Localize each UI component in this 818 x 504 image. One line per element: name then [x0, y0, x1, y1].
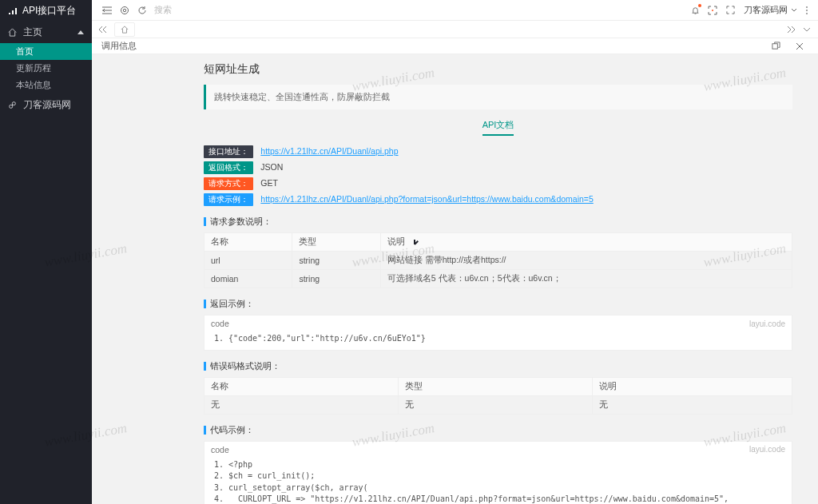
link-endpoint[interactable]: https://v1.21lhz.cn/API/Duanl/api.php	[260, 146, 398, 156]
notifications-button[interactable]	[686, 0, 704, 21]
th-type: 类型	[398, 377, 592, 395]
svg-point-5	[121, 6, 129, 14]
chevrons-left-icon	[98, 26, 108, 34]
page-title: 短网址生成	[204, 62, 792, 77]
svg-rect-0	[9, 13, 10, 14]
section-request-params: 请求参数说明：	[204, 216, 792, 228]
link-icon	[8, 101, 17, 109]
dock-icon	[772, 42, 780, 50]
section-error-codes: 错误码格式说明：	[204, 360, 792, 372]
code-line: $ch = curl_init();	[228, 470, 787, 482]
page-subheader: 调用信息	[92, 38, 818, 54]
sidebar-item-history[interactable]: 更新历程	[0, 60, 92, 77]
th-name: 名称	[204, 377, 399, 395]
screenshot-button[interactable]	[704, 0, 721, 21]
sidebar-item-index[interactable]: 首页	[0, 43, 92, 60]
subheader-title: 调用信息	[101, 40, 137, 52]
sidebar-item-about[interactable]: 本站信息	[0, 77, 92, 93]
window-dock-button[interactable]	[767, 36, 784, 57]
tab-prev-button[interactable]	[95, 21, 111, 38]
refresh-icon	[137, 6, 147, 15]
tag-demo: 请求示例：	[204, 193, 253, 206]
table-row: urlstring网站链接 需带http://或者https://	[204, 252, 792, 270]
tabstrip	[92, 21, 818, 38]
fact-method: 请求方式： GET	[204, 177, 792, 190]
topbar: 搜索 刀客源码网	[92, 0, 818, 21]
code-line: CURLOPT_URL => "https://v1.21lhz.cn/API/…	[228, 494, 787, 504]
chevron-down-icon	[791, 8, 797, 13]
more-button[interactable]	[802, 6, 812, 14]
sidebar: API接口平台 主页 首页 更新历程 本站信息 刀客源码网	[0, 0, 92, 504]
th-type: 类型	[292, 233, 380, 252]
logo-icon	[8, 6, 18, 15]
link-demo[interactable]: https://v1.21lhz.cn/API/Duanl/api.php?fo…	[260, 194, 593, 204]
section-code-sample: 代码示例：	[204, 424, 792, 436]
value-method: GET	[260, 178, 278, 188]
close-icon	[796, 42, 804, 50]
chevron-down-icon	[803, 26, 811, 33]
chevron-up-icon	[77, 30, 84, 34]
chevrons-right-icon	[786, 26, 796, 34]
sidebar-link-external[interactable]: 刀客源码网	[0, 93, 92, 116]
th-desc: 说明	[380, 233, 792, 252]
fact-demo: 请求示例： https://v1.21lhz.cn/API/Duanl/api.…	[204, 193, 792, 206]
svg-point-7	[712, 10, 713, 11]
svg-rect-8	[772, 44, 776, 49]
theme-button[interactable]	[116, 0, 133, 21]
fullscreen-button[interactable]	[721, 0, 739, 21]
home-icon	[121, 26, 129, 34]
search-placeholder[interactable]: 搜索	[154, 4, 172, 16]
doc-tab-api[interactable]: API文档	[482, 119, 514, 136]
tag-method: 请求方式：	[204, 177, 253, 190]
close-tab-button[interactable]	[791, 36, 808, 57]
table-request-params: 名称 类型 说明 urlstring网站链接 需带http://或者https:…	[204, 232, 792, 288]
home-icon	[8, 28, 17, 37]
capture-icon	[708, 6, 717, 15]
notice-banner: 跳转快速稳定、全国连通性高，防屏蔽防拦截	[204, 85, 792, 109]
svg-point-6	[123, 9, 125, 11]
content-area: 短网址生成 跳转快速稳定、全国连通性高，防屏蔽防拦截 API文档 接口地址： h…	[92, 54, 818, 504]
brand: API接口平台	[0, 0, 92, 21]
bell-icon	[691, 6, 700, 15]
svg-rect-1	[12, 10, 14, 14]
expand-icon	[726, 6, 735, 14]
collapse-sidebar-button[interactable]	[98, 0, 116, 21]
tag-format: 返回格式：	[204, 161, 253, 174]
table-row: domianstring可选择域名5 代表：u6v.cn；5代表：u6v.cn；	[204, 270, 792, 288]
code-sample: codelayui.code <?php$ch = curl_init();cu…	[204, 441, 792, 505]
th-desc: 说明	[592, 377, 792, 395]
th-name: 名称	[204, 233, 292, 252]
fact-address: 接口地址： https://v1.21lhz.cn/API/Duanl/api.…	[204, 145, 792, 158]
code-response: codelayui.code {"code":200,"url":"http:/…	[204, 315, 792, 351]
user-menu[interactable]: 刀客源码网	[744, 4, 797, 16]
table-error-codes: 名称 类型 说明 无无无	[204, 377, 792, 415]
target-icon	[120, 6, 129, 15]
code-line: <?php	[228, 459, 787, 471]
menu-fold-icon	[102, 6, 112, 14]
loading-spinner	[409, 240, 420, 251]
refresh-button[interactable]	[133, 0, 151, 21]
fact-format: 返回格式： JSON	[204, 161, 792, 174]
section-response-sample: 返回示例：	[204, 298, 792, 310]
code-line: curl_setopt_array($ch, array(	[228, 482, 787, 494]
tag-address: 接口地址：	[204, 145, 253, 158]
table-row: 无无无	[204, 395, 792, 414]
value-format: JSON	[260, 162, 283, 172]
sidebar-group-home[interactable]: 主页	[0, 21, 92, 43]
svg-rect-2	[15, 8, 17, 14]
code-line: {"code":200,"url":"http://u6v.cn/6uEYo1"…	[228, 333, 787, 345]
tab-home[interactable]	[114, 22, 135, 37]
